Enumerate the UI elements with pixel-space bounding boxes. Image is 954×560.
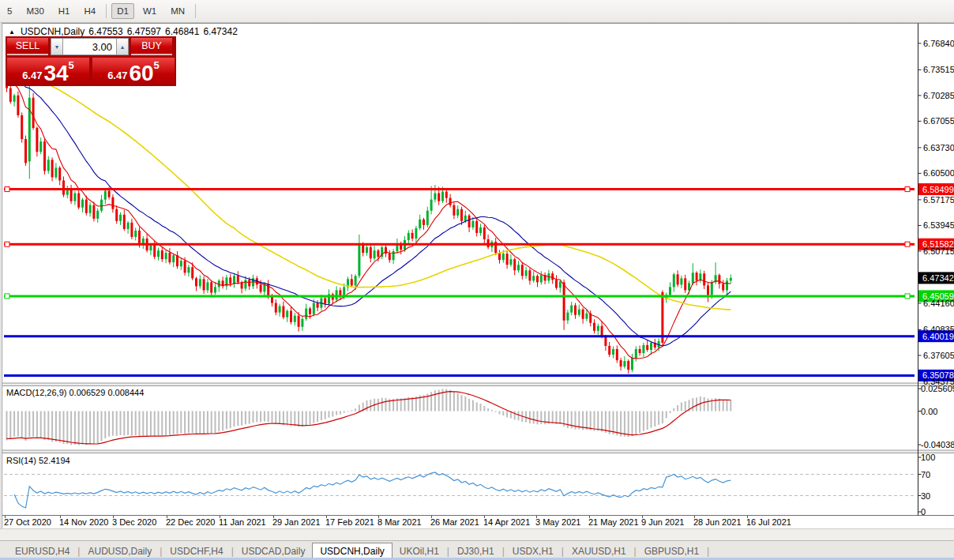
timeframe-button-d1[interactable]: D1 [111, 3, 134, 19]
chart-tab-usdchf-h4[interactable]: USDCHF,H4 [163, 543, 230, 559]
svg-text:6.47342: 6.47342 [922, 273, 954, 283]
line-handle[interactable] [5, 242, 9, 246]
chart-tab-audusd-daily[interactable]: AUDUSD,Daily [81, 543, 159, 559]
quote-low: 6.46841 [165, 26, 199, 37]
date-tick-label: 8 Mar 2021 [377, 517, 422, 527]
rsi-tick-label: 70 [921, 470, 930, 479]
line-handle[interactable] [905, 187, 910, 192]
buy-button[interactable]: BUY [131, 38, 172, 55]
macd-indicator-label: MACD(12,26,9) 0.006529 0.008444 [6, 388, 144, 397]
timeframe-button-w1[interactable]: W1 [137, 3, 162, 19]
sell-button[interactable]: SELL [7, 38, 48, 55]
date-tick-label: 29 Jan 2021 [272, 517, 321, 527]
date-tick-label: 3 May 2021 [535, 517, 580, 527]
price-tick-label: 6.57175 [923, 195, 954, 205]
price-tick-label: 6.37605 [923, 351, 954, 360]
date-tick-label: 14 Apr 2021 [483, 517, 530, 527]
horizontal-scroll-strip[interactable] [0, 528, 954, 541]
date-tick-label: 17 Feb 2021 [325, 517, 374, 527]
chart-tab-dj30-h1[interactable]: DJ30,H1 [450, 543, 501, 559]
chart-tab-eurusd-h4[interactable]: EURUSD,H4 [8, 543, 77, 559]
price-tick-label: 6.73515 [923, 65, 954, 74]
sell-price-base: 6.47 [22, 70, 42, 81]
chevron-down-icon: ▼ [54, 44, 60, 50]
line-handle[interactable] [905, 242, 910, 246]
price-tick-label: 6.44160 [923, 299, 954, 308]
price-tick-label: 6.40835 [923, 325, 954, 334]
chart-tab-usdx-h1[interactable]: USDX,H1 [505, 543, 561, 559]
chart-tab-gbpusd-h1[interactable]: GBPUSD,H1 [637, 543, 706, 559]
date-tick-label: 14 Nov 2020 [59, 517, 108, 527]
buy-price-point: 5 [154, 59, 160, 71]
macd-tick-label: 0.00 [921, 407, 937, 416]
date-tick-label: 16 Jul 2021 [746, 517, 791, 527]
price-tick-label: 6.76840 [923, 39, 954, 48]
date-tick-label: 11 Jan 2021 [219, 517, 266, 527]
price-tick-label: 6.53945 [923, 220, 954, 230]
one-click-trading-panel: SELL ▼ ▲ BUY 6.47 34 5 6.47 60 5 [6, 36, 176, 86]
buy-price-box[interactable]: 6.47 60 5 [92, 58, 175, 85]
toolbar-separator [106, 4, 107, 18]
sell-price-point: 5 [69, 59, 74, 71]
line-handle[interactable] [5, 294, 9, 299]
macd-tick-label: 0.025609 [921, 384, 954, 393]
rsi-tick-label: 100 [921, 453, 935, 462]
timeframe-button-mn[interactable]: MN [165, 3, 190, 19]
price-tick-label: 6.50715 [923, 246, 954, 256]
line-handle[interactable] [5, 187, 9, 192]
terminal-window: 6.584996.515826.450596.400196.350786.473… [0, 0, 954, 560]
date-tick-label: 9 Jun 2021 [641, 517, 684, 527]
price-tick-label: 6.60500 [923, 168, 954, 178]
macd-tick-label: -0.040389 [921, 440, 954, 449]
rsi-tick-label: 0 [921, 507, 926, 517]
collapse-panel-icon[interactable]: ▲ [9, 28, 15, 36]
symbol-title: USDCNH,Daily [21, 26, 85, 37]
price-tick-label: 6.70285 [923, 91, 954, 100]
timeframe-button-5[interactable]: 5 [2, 3, 17, 19]
current-price-badge: 6.47342 [918, 272, 954, 284]
chart-tab-usdcad-daily[interactable]: USDCAD,Daily [235, 543, 313, 559]
date-tick-label: 27 Oct 2020 [4, 517, 51, 527]
date-tick-label: 21 May 2021 [588, 517, 639, 527]
chevron-up-icon: ▲ [120, 44, 126, 50]
date-tick-label: 26 Mar 2021 [430, 517, 479, 527]
rsi-tick-label: 30 [921, 491, 930, 501]
timeframe-button-h1[interactable]: H1 [53, 3, 76, 19]
sell-price-box[interactable]: 6.47 34 5 [7, 58, 89, 85]
chart-tab-ukoil-h1[interactable]: UKOil,H1 [392, 543, 446, 559]
date-axis: 27 Oct 202014 Nov 20203 Dec 202022 Dec 2… [4, 516, 791, 528]
volume-decrement-button[interactable]: ▼ [51, 38, 63, 55]
tab-separator: | [706, 546, 710, 557]
price-tick-label: 6.63730 [923, 143, 954, 152]
sell-price-pips: 34 [43, 65, 68, 83]
line-handle[interactable] [905, 294, 910, 299]
volume-increment-button[interactable]: ▲ [116, 38, 129, 55]
quote-high: 6.47597 [127, 26, 161, 37]
buy-price-pips: 60 [129, 65, 153, 83]
timeframe-button-h4[interactable]: H4 [78, 3, 101, 19]
quote-open: 6.47553 [88, 26, 122, 37]
quote-close: 6.47342 [203, 26, 237, 37]
buy-price-base: 6.47 [107, 70, 127, 81]
rsi-indicator-label: RSI(14) 52.4194 [6, 456, 70, 465]
date-tick-label: 28 Jun 2021 [693, 517, 742, 527]
timeframe-toolbar: 5M30H1H4D1W1MN [0, 0, 954, 23]
timeframe-button-m30[interactable]: M30 [21, 3, 49, 19]
symbol-quote-line: ▲USDCNH,Daily6.475536.475976.468416.4734… [9, 26, 242, 37]
price-tick-label: 6.67055 [923, 116, 954, 126]
toolbar-separator [195, 4, 196, 18]
chart-tab-xauusd-h1[interactable]: XAUUSD,H1 [565, 543, 633, 559]
date-tick-label: 3 Dec 2020 [112, 517, 156, 527]
date-tick-label: 22 Dec 2020 [166, 517, 215, 527]
volume-input[interactable] [63, 38, 116, 55]
level-price-badge: 6.58499 [922, 185, 954, 194]
